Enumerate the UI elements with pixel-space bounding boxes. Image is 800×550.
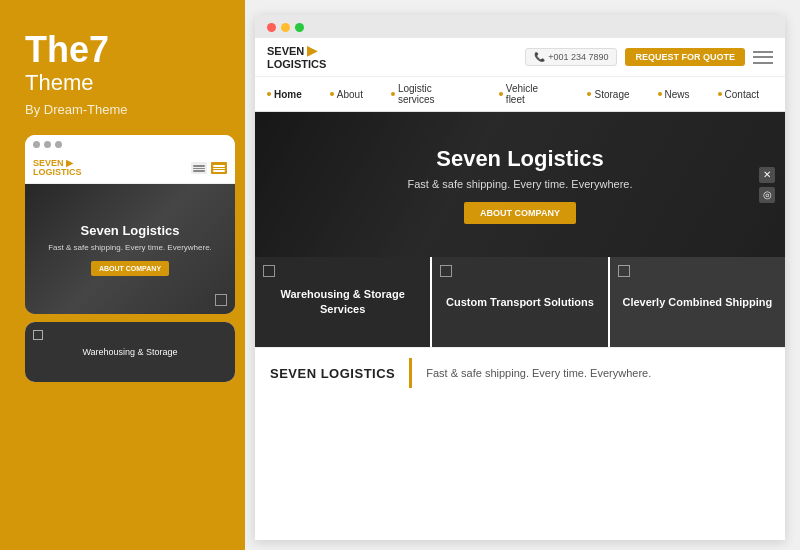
mobile-hero-sub: Fast & safe shipping. Every time. Everyw… [48, 242, 212, 253]
logo-arrow-icon: ▶ [307, 43, 317, 58]
nav-dot-logistic [391, 92, 395, 96]
browser-window: SEVEN ▶ LOGISTICS 📞 +001 234 7890 REQUES… [255, 15, 785, 540]
service-label-1: Warehousing & Storage Services [255, 287, 430, 318]
mobile-logo: SEVEN ▶ LOGISTICS [33, 159, 82, 179]
phone-number: +001 234 7890 [548, 52, 608, 62]
mobile-bottom-corner [33, 330, 43, 340]
bottom-divider [409, 358, 412, 388]
mobile-hero: Seven Logistics Fast & safe shipping. Ev… [25, 184, 235, 314]
nav-dot-contact [718, 92, 722, 96]
right-panel: SEVEN ▶ LOGISTICS 📞 +001 234 7890 REQUES… [245, 0, 800, 550]
browser-nav: Home About Logistic services Vehicle fle… [255, 77, 785, 112]
theme-by: By Dream-Theme [25, 102, 225, 117]
service-card-1[interactable]: Warehousing & Storage Services [255, 257, 432, 347]
mobile-preview-card: SEVEN ▶ LOGISTICS Seven Logistics Fast &… [25, 135, 235, 315]
browser-dot-red [267, 23, 276, 32]
logo-text: SEVEN ▶ LOGISTICS [267, 44, 326, 70]
mobile-bottom-inner: Warehousing & Storage [25, 322, 235, 382]
phone-icon: 📞 [534, 52, 545, 62]
nav-dot-storage [587, 92, 591, 96]
service-card-3[interactable]: Cleverly Combined Shipping [610, 257, 785, 347]
quote-button[interactable]: REQUEST FOR QUOTE [625, 48, 745, 66]
mobile-nav-icons [191, 162, 227, 174]
mobile-dot-3 [55, 141, 62, 148]
nav-item-home[interactable]: Home [267, 89, 316, 100]
nav-item-storage[interactable]: Storage [573, 89, 643, 100]
hero-title: Seven Logistics [436, 146, 604, 172]
bottom-tagline: Fast & safe shipping. Every time. Everyw… [426, 367, 651, 379]
service-label-2: Custom Transport Solutions [436, 295, 604, 310]
browser-topbar: SEVEN ▶ LOGISTICS 📞 +001 234 7890 REQUES… [255, 38, 785, 77]
mobile-hero-corner [215, 294, 227, 306]
top-actions: 📞 +001 234 7890 REQUEST FOR QUOTE [525, 48, 773, 66]
mobile-bottom-card: Warehousing & Storage [25, 322, 235, 382]
arrow-down-button[interactable]: ◎ [759, 187, 775, 203]
service-cards: Warehousing & Storage Services Custom Tr… [255, 257, 785, 347]
browser-hero: Seven Logistics Fast & safe shipping. Ev… [255, 112, 785, 257]
theme-title: The7 [25, 30, 225, 70]
nav-item-news[interactable]: News [644, 89, 704, 100]
nav-dot-news [658, 92, 662, 96]
mobile-dot-2 [44, 141, 51, 148]
service-label-3: Cleverly Combined Shipping [612, 295, 782, 310]
hamburger-icon [191, 162, 207, 174]
hero-subtitle: Fast & safe shipping. Every time. Everyw… [408, 178, 633, 190]
mobile-dot-1 [33, 141, 40, 148]
nav-item-vehicle[interactable]: Vehicle fleet [485, 83, 574, 105]
corner-decoration [215, 294, 227, 306]
nav-item-contact[interactable]: Contact [704, 89, 773, 100]
nav-item-logistic[interactable]: Logistic services [377, 83, 485, 105]
menu-icon-button[interactable] [753, 49, 773, 65]
browser-chrome [255, 15, 785, 38]
bottom-brand: SEVEN LOGISTICS [270, 366, 395, 381]
site-logo: SEVEN ▶ LOGISTICS [267, 44, 326, 70]
nav-dot-home [267, 92, 271, 96]
hero-arrows: ✕ ◎ [759, 167, 775, 203]
arrow-up-button[interactable]: ✕ [759, 167, 775, 183]
service-card-2[interactable]: Custom Transport Solutions [432, 257, 609, 347]
mobile-hero-title: Seven Logistics [81, 223, 180, 238]
mobile-logo-icon: ▶ [66, 158, 73, 168]
card-corner-1 [263, 265, 275, 277]
chevron-up-icon: ✕ [763, 169, 771, 180]
mobile-chrome [25, 135, 235, 154]
mobile-bottom-label: Warehousing & Storage [82, 347, 177, 357]
browser-dot-green [295, 23, 304, 32]
mobile-menu-icon [211, 162, 227, 174]
card-corner-3 [618, 265, 630, 277]
hero-cta-button[interactable]: ABOUT COMPANY [464, 202, 576, 224]
theme-subtitle: Theme [25, 70, 225, 96]
browser-dot-yellow [281, 23, 290, 32]
mobile-hero-btn[interactable]: ABOUT COMPANY [91, 261, 169, 276]
mobile-nav-bar: SEVEN ▶ LOGISTICS [25, 154, 235, 185]
left-panel: The7 Theme By Dream-Theme SEVEN ▶ LOGIST… [0, 0, 245, 550]
nav-dot-vehicle [499, 92, 503, 96]
nav-item-about[interactable]: About [316, 89, 377, 100]
phone-button[interactable]: 📞 +001 234 7890 [525, 48, 617, 66]
browser-bottom-bar: SEVEN LOGISTICS Fast & safe shipping. Ev… [255, 347, 785, 398]
nav-dot-about [330, 92, 334, 96]
circle-icon: ◎ [763, 189, 772, 200]
card-corner-2 [440, 265, 452, 277]
